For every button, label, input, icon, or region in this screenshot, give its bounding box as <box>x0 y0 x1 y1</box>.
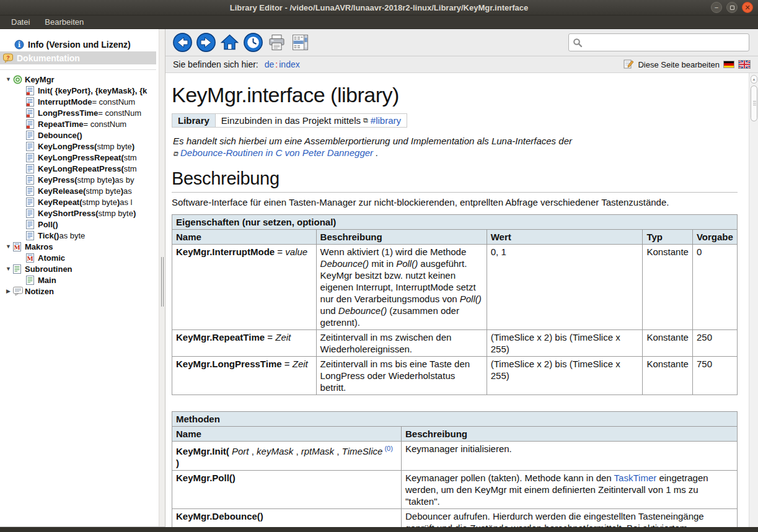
col-wert: Wert <box>487 230 643 245</box>
vertical-scrollbar: ▲ <box>749 73 758 527</box>
doc-icon <box>26 175 38 185</box>
breadcrumb-link-namespace[interactable]: de <box>265 59 275 69</box>
expander-down-icon[interactable]: ▼ <box>4 76 13 82</box>
doc-icon <box>26 142 38 151</box>
title-bar: Library Editor - /video/LunaAVR/lunaavr-… <box>0 0 758 15</box>
search-icon <box>573 38 583 48</box>
tree-item-keylongpressrepeat[interactable]: KeyLongPressRepeat( stm <box>0 152 156 163</box>
menu-bearbeiten[interactable]: Bearbeiten <box>38 16 90 28</box>
tree-item-main[interactable]: Main <box>0 274 156 286</box>
properties-table: Eigenschaften (nur setzen, optional) Nam… <box>172 214 738 395</box>
tree-item-debounce[interactable]: Debounce() <box>0 129 156 141</box>
tree-item-subroutinen[interactable]: ▼Subroutinen <box>0 263 156 274</box>
col-typ: Typ <box>643 230 693 245</box>
sidebar-item-info[interactable]: i Info (Version und Lizenz) <box>0 38 156 51</box>
search-box <box>568 33 749 51</box>
uk-flag-icon[interactable] <box>738 60 751 69</box>
debounce-routines-link[interactable]: Debounce-Routinen in C von Peter Dannegg… <box>180 147 373 158</box>
intro-paragraph: Es handelt sich hierbei um eine Assemble… <box>173 135 738 160</box>
window-bottom-border <box>0 527 758 532</box>
sidebar-separator <box>0 69 156 70</box>
inline-link[interactable]: TaskTimer <box>614 473 657 483</box>
svg-text:i: i <box>17 41 20 49</box>
svg-text:?: ? <box>6 55 10 61</box>
methods-table: Methoden Name Beschreibung KeyMgr.Init( … <box>172 411 738 527</box>
minimize-button[interactable]: − <box>711 2 722 13</box>
edit-page-icon <box>624 59 634 71</box>
doc-icon <box>26 186 38 196</box>
tree-item-keyrelease[interactable]: KeyRelease( stmp byte ) as <box>0 185 156 196</box>
expander-down-icon[interactable]: ▼ <box>4 243 13 250</box>
section-beschreibung: Beschreibung <box>172 168 738 193</box>
tree-item-repeattime[interactable]: RepeatTime = constNum <box>0 118 156 129</box>
tree-item-keymgr[interactable]: ▼KeyMgr <box>0 74 156 85</box>
window-title: Library Editor - /video/LunaAVR/lunaavr-… <box>230 3 529 12</box>
sidebar-item-dokumentation[interactable]: ? Dokumentation <box>0 51 156 64</box>
sidebar-splitter[interactable] <box>159 29 165 526</box>
external-link-icon: ⧉ <box>363 116 368 124</box>
tree-item-keylongpress[interactable]: KeyLongPress( stmp byte ) <box>0 141 156 152</box>
method-row-init: KeyMgr.Init( Port , keyMask , rptMask , … <box>172 442 738 471</box>
forward-button[interactable] <box>195 32 217 53</box>
tree-item-keylongrepeatpress[interactable]: KeyLongRepeatPress( stm <box>0 163 156 174</box>
tree-item-poll[interactable]: Poll() <box>0 219 156 230</box>
breadcrumb: Sie befinden sich hier: de:index Diese S… <box>165 56 758 73</box>
sidebar: i Info (Version und Lizenz) ? Dokumentat… <box>0 29 165 527</box>
scrollbar-thumb[interactable] <box>751 85 757 121</box>
info-icon: i <box>14 40 24 50</box>
doc-red-icon <box>26 120 38 129</box>
doc-icon <box>26 164 38 173</box>
edit-page-link[interactable]: Diese Seite bearbeiten <box>638 60 720 69</box>
wiki-page: KeyMgr.interface (library) Library Einzu… <box>165 73 749 527</box>
index-list-button[interactable] <box>289 32 311 53</box>
doc-icon <box>26 153 38 162</box>
tree-item-keyshortpress[interactable]: KeyShortPress( stmp byte ) <box>0 207 156 219</box>
doc-green-icon <box>13 264 25 274</box>
home-button[interactable] <box>219 32 240 53</box>
properties-table-title: Eigenschaften (nur setzen, optional) <box>172 215 738 230</box>
tree-item-tick[interactable]: Tick() as byte <box>0 230 156 241</box>
browser-toolbar <box>165 29 758 56</box>
doc-icon <box>26 131 38 140</box>
search-input[interactable] <box>585 34 749 51</box>
tree-item-init-keyport-keymask-k[interactable]: Init( {keyPort}, {keyMask}, {k <box>0 85 156 96</box>
breadcrumb-label: Sie befinden sich hier: <box>173 59 258 69</box>
back-button[interactable] <box>172 32 193 53</box>
tree-item-makros[interactable]: ▼MMakros <box>0 241 156 252</box>
doc-red-icon <box>26 86 38 95</box>
tree-item-interruptmode[interactable]: InterruptMode = constNum <box>0 96 156 107</box>
sidebar-info-label: Info (Version und Lizenz) <box>28 40 131 50</box>
svg-text:M: M <box>27 255 33 262</box>
property-row-repeattime: KeyMgr.RepeatTime = Zeit Zeitintervall i… <box>172 330 738 357</box>
library-editor-window: Library Editor - /video/LunaAVR/lunaavr-… <box>0 0 758 532</box>
tree-item-notizen[interactable]: ▶Notizen <box>0 286 156 297</box>
maximize-button[interactable] <box>726 2 738 13</box>
tree-item-keypress[interactable]: KeyPress( stmp byte ) as by <box>0 174 156 185</box>
doc-m-icon: M <box>26 253 38 263</box>
menu-datei[interactable]: Datei <box>5 16 36 28</box>
expander-right-icon[interactable]: ▶ <box>4 288 13 294</box>
note-icon <box>13 287 25 296</box>
library-anchor-link[interactable]: #library <box>371 115 401 126</box>
library-box-label: Library <box>172 114 216 127</box>
german-flag-icon[interactable] <box>723 61 734 68</box>
property-row-longpresstime: KeyMgr.LongPressTime = Zeit Zeitinterval… <box>172 357 738 395</box>
close-button[interactable]: ✕ <box>742 2 753 13</box>
doc-red-icon <box>26 108 38 118</box>
expander-down-icon[interactable]: ▼ <box>4 266 13 272</box>
help-bubble-icon: ? <box>2 53 13 63</box>
scroll-up-arrow[interactable]: ▲ <box>751 75 757 84</box>
page-title: KeyMgr.interface (library) <box>172 83 738 107</box>
breadcrumb-colon: : <box>275 59 278 69</box>
tree-item-atomic[interactable]: MAtomic <box>0 252 156 263</box>
doc-icon <box>26 209 38 218</box>
reload-clock-button[interactable] <box>242 32 264 53</box>
tree-item-longpresstime[interactable]: LongPressTime = constNum <box>0 107 156 118</box>
print-button[interactable] <box>266 32 288 53</box>
sidebar-doc-label: Dokumentation <box>17 53 80 63</box>
property-row-interruptmode: KeyMgr.InterruptMode = value Wenn aktivi… <box>172 245 738 330</box>
splitter-grip-icon <box>161 257 164 307</box>
breadcrumb-link-page[interactable]: index <box>279 59 299 69</box>
col-beschreibung: Beschreibung <box>402 427 738 442</box>
tree-item-keyrepeat[interactable]: KeyRepeat( stmp byte ) as l <box>0 196 156 207</box>
